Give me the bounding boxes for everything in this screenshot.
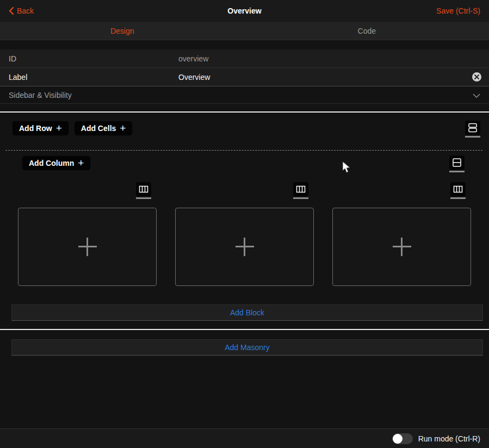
footer-bar: Run mode (Ctrl-R) xyxy=(0,428,489,448)
cells-row xyxy=(0,208,489,286)
back-chevron-icon xyxy=(9,7,14,15)
back-label: Back xyxy=(17,7,34,15)
page-title: Overview xyxy=(0,7,489,15)
back-button[interactable]: Back xyxy=(9,7,34,15)
plus-icon: + xyxy=(56,123,62,133)
id-field-label: ID xyxy=(9,54,178,63)
cell-icons-row xyxy=(0,182,489,199)
id-field-value[interactable]: overview xyxy=(178,54,208,63)
plus-icon xyxy=(78,238,97,256)
cell-icon-slot xyxy=(175,182,314,199)
page-editor-screen: Back Overview Save (Ctrl-S) Design Code … xyxy=(0,0,489,448)
add-masonry-button[interactable]: Add Masonry xyxy=(11,339,483,356)
columns-icon[interactable] xyxy=(450,182,466,196)
run-mode-label: Run mode (Ctrl-R) xyxy=(418,434,480,443)
plus-icon: + xyxy=(78,158,84,168)
cell-columns-control xyxy=(450,182,466,199)
empty-cell-2[interactable] xyxy=(175,208,314,286)
add-block-label: Add Block xyxy=(230,308,264,317)
add-cells-label: Add Cells xyxy=(81,124,116,133)
icon-underline xyxy=(136,197,151,199)
property-row-label: Label Overview xyxy=(0,68,489,86)
columns-icon[interactable] xyxy=(136,182,151,196)
dashed-divider xyxy=(5,150,482,151)
add-row-button[interactable]: Add Row + xyxy=(12,121,69,136)
section-divider-top xyxy=(0,111,489,113)
section-divider-bottom xyxy=(0,329,489,330)
icon-underline xyxy=(450,197,466,199)
column-settings-control xyxy=(449,155,465,172)
save-button[interactable]: Save (Ctrl-S) xyxy=(436,7,480,15)
tab-code[interactable]: Code xyxy=(245,22,489,40)
plus-icon xyxy=(236,238,254,256)
properties-panel: ID overview Label Overview Sidebar & Vis… xyxy=(0,49,489,104)
add-masonry-label: Add Masonry xyxy=(225,343,269,352)
row-split-icon[interactable] xyxy=(449,155,465,170)
empty-cell-1[interactable] xyxy=(18,208,157,286)
row-toolbar: Add Row + Add Cells + xyxy=(0,121,489,138)
add-row-label: Add Row xyxy=(19,124,52,133)
plus-icon: + xyxy=(120,123,126,133)
label-field-value[interactable]: Overview xyxy=(178,73,210,82)
cell-columns-control xyxy=(293,182,308,199)
icon-underline xyxy=(465,136,480,138)
columns-icon[interactable] xyxy=(293,182,308,196)
column-toolbar: Add Column + xyxy=(0,155,489,172)
chevron-down-icon[interactable] xyxy=(473,90,480,100)
tab-bar: Design Code xyxy=(0,22,489,40)
clear-icon[interactable] xyxy=(472,72,481,82)
icon-underline xyxy=(293,197,308,199)
cell-columns-control xyxy=(136,182,151,199)
property-row-id: ID overview xyxy=(0,49,489,68)
cell-icon-slot xyxy=(18,182,157,199)
add-column-label: Add Column xyxy=(29,159,74,167)
row-settings-control xyxy=(465,121,480,138)
cell-icon-slot xyxy=(332,182,471,199)
tab-design[interactable]: Design xyxy=(0,22,245,40)
sidebar-visibility-label: Sidebar & Visibility xyxy=(9,91,72,99)
run-mode-toggle[interactable] xyxy=(392,433,413,444)
icon-underline xyxy=(449,171,465,172)
rows-stack-icon[interactable] xyxy=(465,121,480,135)
top-bar: Back Overview Save (Ctrl-S) xyxy=(0,0,489,22)
toggle-knob xyxy=(393,434,403,444)
sidebar-visibility-section[interactable]: Sidebar & Visibility xyxy=(0,86,489,104)
add-cells-button[interactable]: Add Cells + xyxy=(74,121,133,136)
add-column-button[interactable]: Add Column + xyxy=(22,155,91,171)
empty-cell-3[interactable] xyxy=(332,208,471,286)
plus-icon xyxy=(393,238,411,256)
add-block-button[interactable]: Add Block xyxy=(11,304,483,321)
label-field-label: Label xyxy=(9,73,178,82)
